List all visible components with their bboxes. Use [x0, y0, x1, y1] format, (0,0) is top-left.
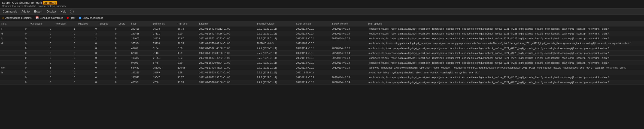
col-header-potentially[interactable]: Potentially [48, 21, 72, 26]
table-cell: 564642 [130, 65, 152, 70]
nav-export[interactable]: Export [33, 10, 43, 14]
table-cell: 19547 [152, 75, 176, 80]
schedule-downtimes-button[interactable]: 📅 Schedule downtimes [35, 16, 63, 20]
table-cell: 7110 [152, 51, 176, 56]
table-cell: 0 [72, 60, 94, 65]
nav-display[interactable]: Display [46, 10, 57, 14]
table-cell: 14233 [152, 36, 176, 41]
table-cell: 18969 [152, 70, 176, 75]
table-cell: 20220114.v0.0.9 [295, 26, 330, 31]
table-row[interactable]: li001002924153603836.732022-01-16T13:52:… [0, 26, 644, 31]
col-header-files[interactable]: Files [130, 21, 152, 26]
table-cell: --exclude-fs nfs,cifs --report-path /var… [366, 75, 644, 80]
data-table-container: Host Vulnerable Potentially Mitigated Sk… [0, 21, 644, 85]
table-cell: 0 [94, 41, 114, 46]
col-header-errors[interactable]: Errors [114, 21, 130, 26]
table-cell: 2.60 [176, 60, 198, 65]
table-cell: 20220114.v0.0.4 [330, 60, 366, 65]
table-cell: 20220114.v0.0.9 [295, 60, 330, 65]
table-cell: 0 [72, 56, 94, 60]
table-cell: 1 [72, 26, 94, 31]
table-cell: 20220114.v0.0.4 [330, 31, 366, 36]
table-cell: 0 [114, 51, 130, 56]
table-cell: 2.20 [176, 31, 198, 36]
table-cell: 0 [24, 65, 48, 70]
table-cell: 2.6.5 (2021-12-29) [256, 70, 295, 75]
table-cell: 0 [94, 56, 114, 60]
table-cell: --exclude-fs nfs,cifs --report-path /var… [366, 80, 644, 85]
table-cell: 0.50 [176, 46, 198, 51]
table-row[interactable]: 000006260171101.292022-01-17T16:36:30+01… [0, 51, 644, 56]
table-row[interactable]: k000201440031423312.672022-01-15T21:40:2… [0, 36, 644, 41]
table-cell: 0 [24, 26, 48, 31]
warning-icon: ⚠ [2, 16, 4, 20]
table-cell: 2022-01-16T13:52:12+01:00 [198, 26, 256, 31]
col-header-script[interactable]: Script version [295, 21, 330, 26]
table-row[interactable]: 000009769157452.602022-01-15T20:03:04+01… [0, 60, 644, 65]
table-cell: 26.35 [176, 41, 198, 46]
table-cell: 2022-01-15T21:40:22+01:00 [198, 36, 256, 41]
table-cell: 0 [114, 26, 130, 31]
table-cell: 20220114.v0.0.9 [330, 46, 366, 51]
table-cell: 36038 [152, 26, 176, 31]
table-cell: 27111 [152, 31, 176, 36]
table-row[interactable]: d000003553345322826.352022-01-13T20:07:4… [0, 41, 644, 46]
table-cell: 2.7.2 (2022-01-11) [256, 51, 295, 56]
table-cell: 0 [72, 36, 94, 41]
col-header-vulnerable[interactable]: Vulnerable [24, 21, 48, 26]
nav-add-to[interactable]: Add to [20, 10, 30, 14]
col-header-runtime[interactable]: Run time [176, 21, 198, 26]
table-row[interactable]: d00030167428271112.202022-01-15T17:34:56… [0, 31, 644, 36]
table-cell: 110.58 [176, 65, 198, 70]
table-cell: --exclude-fs nfs,cifs --report-path /var… [366, 26, 644, 31]
table-row[interactable]: 0000040593475611.932022-01-15T20:08:56+0… [0, 80, 644, 85]
table-cell: 2022-01-15T18:30:47+01:00 [198, 70, 256, 75]
table-cell: 0 [24, 36, 48, 41]
table-cell: d [0, 41, 24, 46]
col-header-lastrun[interactable]: Last run [198, 21, 256, 26]
table-header-row: Host Vulnerable Potentially Mitigated Sk… [0, 21, 644, 26]
table-cell: 0 [72, 46, 94, 51]
table-cell: 20220114.v0.0.4 [330, 75, 366, 80]
table-row[interactable]: 000001405421954713.772022-01-20T12:33:32… [0, 75, 644, 80]
table-cell [0, 60, 24, 65]
help-icon[interactable]: ? [70, 10, 74, 14]
col-header-skipped[interactable]: Skipped [94, 21, 114, 26]
table-cell: 0 [72, 31, 94, 36]
table-cell: --exclude-fs nfs,cifs --report-path /var… [366, 46, 644, 51]
table-cell [0, 46, 24, 51]
table-cell: 2.7.2 (2022-01-11) [256, 56, 295, 60]
table-cell: 20220114.v0.0.4 [295, 31, 330, 36]
navbar: Commands Add to Export Display Help ? [0, 9, 644, 15]
table-cell: 2022-01-20T12:33:32+01:00 [198, 75, 256, 80]
table-cell: 3 [48, 65, 72, 70]
table-cell: 12.67 [176, 36, 198, 41]
col-header-host[interactable]: Host [0, 21, 24, 26]
col-header-options[interactable]: Scan options [366, 21, 644, 26]
table-row[interactable]: 00000193382212513.332022-01-15T21:40:32+… [0, 56, 644, 60]
table-row[interactable]: b00000163256189692.982022-01-15T18:30:47… [0, 70, 644, 75]
show-checkboxes-button[interactable]: Show checkboxes [79, 17, 103, 19]
acknowledge-button[interactable]: ⚠ Acknowledge problems [2, 16, 32, 20]
nav-commands[interactable]: Commands [2, 10, 18, 14]
col-header-mitigated[interactable]: Mitigated [72, 21, 94, 26]
table-row[interactable]: 000004976951940.502022-01-15T21:40:38+01… [0, 46, 644, 51]
table-cell: 0 [24, 41, 48, 46]
table-cell: 53228 [152, 41, 176, 46]
table-cell: 0 [48, 41, 72, 46]
table-cell [0, 80, 24, 85]
table-cell: 2.7.2 (2022-01-11) [256, 80, 295, 85]
col-header-directories[interactable]: Directories [152, 21, 176, 26]
table-row[interactable]: ste03000564642156100110.582022-01-13T15:… [0, 65, 644, 70]
table-cell: 13.77 [176, 75, 198, 80]
nav-help[interactable]: Help [60, 10, 67, 14]
table-cell: 0 [114, 36, 130, 41]
table-cell [330, 41, 366, 46]
table-cell: 0 [48, 80, 72, 85]
table-cell: 0 [72, 80, 94, 85]
table-cell: 1.29 [176, 51, 198, 56]
filter-button[interactable]: Filter [67, 17, 75, 19]
col-header-scanner[interactable]: Scanner version [256, 21, 295, 26]
col-header-bakery[interactable]: Bakery version [330, 21, 366, 26]
table-cell: 0 [114, 41, 130, 46]
